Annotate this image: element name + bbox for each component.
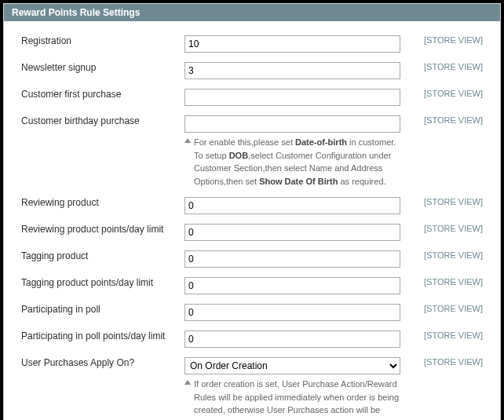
label-newsletter: Newsletter signup bbox=[18, 57, 181, 84]
row-birthday-purchase: Customer birthday purchase For enable th… bbox=[18, 111, 486, 192]
input-tag-limit[interactable] bbox=[184, 277, 400, 294]
input-tag[interactable] bbox=[184, 250, 400, 268]
label-review: Reviewing product bbox=[18, 192, 181, 219]
input-newsletter[interactable] bbox=[184, 62, 400, 79]
row-newsletter: Newsletter signup [STORE VIEW] bbox=[18, 57, 486, 84]
reward-points-panel: Reward Points Rule Settings Registration… bbox=[3, 3, 501, 420]
label-review-limit: Reviewing product points/day limit bbox=[18, 219, 181, 246]
panel-body: Registration [STORE VIEW] Newsletter sig… bbox=[4, 21, 500, 420]
row-review-limit: Reviewing product points/day limit [STOR… bbox=[18, 219, 486, 246]
input-birthday-purchase[interactable] bbox=[184, 115, 400, 133]
scope-newsletter: [STORE VIEW] bbox=[404, 57, 486, 84]
scope-registration: [STORE VIEW] bbox=[404, 31, 486, 57]
scope-poll-limit: [STORE VIEW] bbox=[404, 326, 486, 352]
note-birthday-line2: To setup DOB,select Customer Configurati… bbox=[194, 151, 391, 186]
label-first-purchase: Customer first purchase bbox=[18, 84, 181, 111]
row-tag-limit: Tagging product points/day limit [STORE … bbox=[18, 272, 486, 299]
row-poll: Participating in poll [STORE VIEW] bbox=[18, 299, 486, 326]
label-tag-limit: Tagging product points/day limit bbox=[18, 272, 181, 299]
select-apply-on[interactable]: On Order Creation bbox=[184, 357, 400, 374]
note-arrow-icon bbox=[184, 138, 191, 143]
settings-form: Registration [STORE VIEW] Newsletter sig… bbox=[18, 31, 486, 420]
scope-first-purchase: [STORE VIEW] bbox=[404, 84, 486, 111]
note-arrow-icon bbox=[184, 380, 191, 385]
scope-poll: [STORE VIEW] bbox=[404, 299, 486, 326]
label-registration: Registration bbox=[18, 31, 181, 57]
row-review: Reviewing product [STORE VIEW] bbox=[18, 192, 486, 219]
row-first-purchase: Customer first purchase [STORE VIEW] bbox=[18, 84, 486, 111]
note-birthday-line1: For enable this,please set Date-of-birth… bbox=[194, 137, 396, 147]
label-birthday-purchase: Customer birthday purchase bbox=[18, 111, 181, 192]
row-poll-limit: Participating in poll points/day limit [… bbox=[18, 326, 486, 352]
label-apply-on: User Purchases Apply On? bbox=[18, 352, 181, 420]
label-tag: Tagging product bbox=[18, 246, 181, 272]
scope-review: [STORE VIEW] bbox=[404, 192, 486, 219]
label-poll-limit: Participating in poll points/day limit bbox=[18, 326, 181, 352]
scope-apply-on: [STORE VIEW] bbox=[404, 352, 486, 420]
input-registration[interactable] bbox=[184, 35, 400, 53]
input-poll[interactable] bbox=[184, 304, 400, 321]
scope-review-limit: [STORE VIEW] bbox=[404, 219, 486, 246]
scope-tag-limit: [STORE VIEW] bbox=[404, 272, 486, 299]
row-registration: Registration [STORE VIEW] bbox=[18, 31, 486, 57]
scope-birthday-purchase: [STORE VIEW] bbox=[404, 111, 486, 192]
row-tag: Tagging product [STORE VIEW] bbox=[18, 246, 486, 272]
input-poll-limit[interactable] bbox=[184, 331, 400, 348]
input-review[interactable] bbox=[184, 197, 400, 214]
note-purchases: If order creation is set, User Purchase … bbox=[184, 378, 400, 420]
note-purchases-text: If order creation is set, User Purchase … bbox=[194, 379, 399, 420]
input-first-purchase[interactable] bbox=[184, 89, 400, 106]
input-review-limit[interactable] bbox=[184, 224, 400, 241]
note-birthday: For enable this,please set Date-of-birth… bbox=[184, 136, 400, 188]
scope-tag: [STORE VIEW] bbox=[404, 246, 486, 272]
row-apply-on: User Purchases Apply On? On Order Creati… bbox=[18, 352, 486, 420]
panel-title: Reward Points Rule Settings bbox=[4, 4, 500, 21]
label-poll: Participating in poll bbox=[18, 299, 181, 326]
